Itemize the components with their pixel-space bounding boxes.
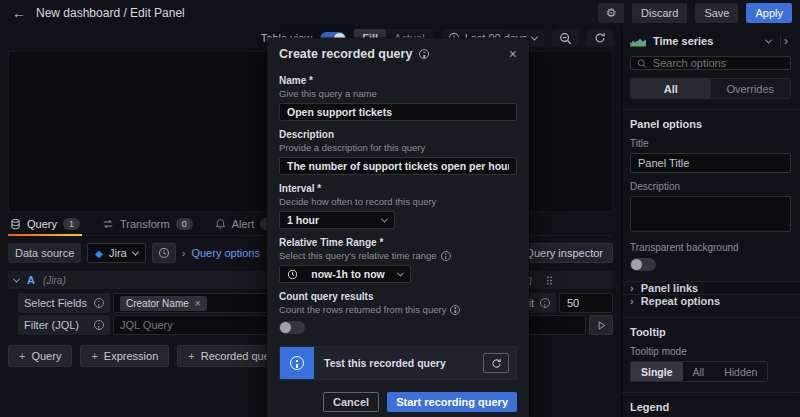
panel-options-title[interactable]: Panel options bbox=[630, 118, 791, 130]
cancel-button[interactable]: Cancel bbox=[323, 392, 379, 412]
info-icon bbox=[290, 356, 304, 370]
count-results-toggle[interactable] bbox=[279, 321, 305, 334]
grafana-app: ← New dashboard / Edit Panel ⚙ Discard S… bbox=[0, 0, 800, 417]
test-refresh-button[interactable] bbox=[483, 353, 509, 373]
tab-query[interactable]: Query 1 bbox=[8, 212, 82, 235]
refresh-button[interactable] bbox=[587, 29, 613, 47]
query-options-link[interactable]: Query options bbox=[191, 247, 259, 259]
interval-desc: Decide how often to record this query bbox=[279, 196, 517, 207]
toggle-knob bbox=[280, 322, 291, 333]
apply-button[interactable]: Apply bbox=[746, 3, 792, 23]
close-icon[interactable]: × bbox=[509, 47, 517, 61]
history-clock-icon bbox=[158, 247, 170, 259]
panel-options-section: Panel options Title Description Transpar… bbox=[622, 109, 799, 273]
add-expression-button[interactable]: + Expression bbox=[80, 345, 169, 367]
count-label: Count query results bbox=[279, 291, 517, 302]
zoom-out-icon bbox=[559, 32, 572, 45]
add-query-button[interactable]: + Query bbox=[8, 345, 72, 367]
test-query-box: Test this recorded query bbox=[279, 346, 517, 380]
query-ref: A bbox=[27, 274, 35, 286]
tab-all[interactable]: All bbox=[631, 79, 711, 98]
collapse-chevron-icon[interactable] bbox=[13, 275, 20, 282]
tooltip-mode-single[interactable]: Single bbox=[631, 362, 683, 381]
collapse-sidebar-button[interactable]: › bbox=[780, 34, 791, 48]
tooltip-title[interactable]: Tooltip bbox=[630, 326, 791, 338]
tab-label: Transform bbox=[120, 218, 170, 230]
breadcrumb: New dashboard / Edit Panel bbox=[36, 6, 185, 20]
viz-picker-row[interactable]: Time series › bbox=[622, 26, 799, 54]
run-query-button[interactable] bbox=[589, 315, 613, 335]
info-icon[interactable] bbox=[441, 251, 451, 261]
info-icon[interactable] bbox=[540, 298, 550, 308]
tab-count-badge: 1 bbox=[63, 218, 80, 230]
range-desc: Select this query's relative time range bbox=[279, 250, 517, 261]
options-sidebar: Time series › All Overrides Panel option… bbox=[622, 26, 799, 417]
back-arrow-icon[interactable]: ← bbox=[8, 3, 30, 23]
save-button[interactable]: Save bbox=[695, 3, 738, 23]
limit-input[interactable] bbox=[559, 293, 613, 313]
tooltip-mode-label: Tooltip mode bbox=[630, 346, 791, 357]
info-icon[interactable] bbox=[94, 320, 104, 330]
chevron-right-icon: › bbox=[630, 295, 634, 307]
bell-icon bbox=[215, 218, 226, 230]
remove-tag-icon[interactable]: × bbox=[195, 298, 201, 309]
tab-label: Alert bbox=[232, 218, 255, 230]
viz-name: Time series bbox=[653, 35, 759, 47]
field-label-text: Filter (JQL) bbox=[24, 319, 79, 331]
description-input[interactable] bbox=[279, 157, 517, 175]
name-input[interactable] bbox=[279, 103, 517, 121]
filter-jql-label: Filter (JQL) bbox=[18, 315, 110, 335]
repeat-options-section[interactable]: › Repeat options bbox=[622, 294, 799, 307]
datasource-picker[interactable]: ◆ Jira bbox=[87, 243, 145, 263]
test-query-text: Test this recorded query bbox=[314, 357, 483, 369]
legend-title[interactable]: Legend bbox=[630, 401, 791, 413]
chevron-down-icon bbox=[531, 33, 538, 40]
tooltip-mode-all[interactable]: All bbox=[683, 362, 715, 381]
tooltip-mode-hidden[interactable]: Hidden bbox=[714, 362, 767, 381]
name-desc: Give this query a name bbox=[279, 88, 517, 99]
database-icon bbox=[10, 218, 21, 230]
start-recording-query-button[interactable]: Start recording query bbox=[387, 392, 517, 412]
repeat-options-label: Repeat options bbox=[641, 295, 720, 307]
transparent-background-toggle[interactable] bbox=[630, 258, 656, 271]
panel-title-input[interactable] bbox=[630, 153, 791, 173]
panel-links-section[interactable]: › Panel links bbox=[622, 281, 799, 294]
query-inspector-button[interactable]: Query inspector bbox=[515, 243, 613, 263]
range-select[interactable]: now-1h to now bbox=[279, 265, 411, 283]
search-options-input[interactable] bbox=[653, 57, 784, 69]
interval-field: Interval * Decide how often to record th… bbox=[279, 183, 517, 229]
panel-links-label: Panel links bbox=[641, 282, 698, 294]
query-history-button[interactable] bbox=[152, 243, 176, 263]
count-query-results-field: Count query results Count the rows retur… bbox=[279, 291, 517, 336]
field-tag: Creator Name × bbox=[120, 296, 207, 311]
zoom-out-button[interactable] bbox=[552, 29, 579, 47]
modal-body: Name * Give this query a name Descriptio… bbox=[267, 65, 529, 417]
settings-button[interactable]: ⚙ bbox=[598, 3, 624, 23]
timeseries-viz-icon bbox=[630, 36, 646, 47]
chevron-down-icon bbox=[765, 36, 772, 43]
toggle-knob bbox=[631, 259, 642, 270]
play-icon bbox=[596, 320, 607, 331]
info-icon[interactable] bbox=[419, 49, 429, 59]
jira-icon: ◆ bbox=[95, 248, 103, 259]
panel-description-textarea[interactable] bbox=[630, 196, 791, 232]
chevron-down-icon bbox=[397, 269, 404, 276]
discard-button[interactable]: Discard bbox=[632, 3, 687, 23]
name-label: Name * bbox=[279, 75, 517, 86]
info-icon[interactable] bbox=[450, 305, 460, 315]
tab-transform[interactable]: Transform 0 bbox=[100, 212, 195, 235]
select-fields-label: Select Fields bbox=[18, 293, 110, 313]
description-label: Description bbox=[279, 129, 517, 140]
info-icon[interactable] bbox=[94, 298, 104, 308]
tab-overrides[interactable]: Overrides bbox=[711, 79, 791, 98]
drag-handle-icon[interactable] bbox=[544, 275, 555, 286]
interval-select[interactable]: 1 hour bbox=[279, 211, 395, 229]
plus-icon: + bbox=[19, 350, 25, 362]
transparent-background-label: Transparent background bbox=[630, 242, 791, 253]
tooltip-section: Tooltip Tooltip mode Single All Hidden bbox=[622, 317, 799, 382]
chevron-right-icon[interactable]: › bbox=[182, 247, 186, 259]
plus-icon: + bbox=[91, 350, 97, 362]
plus-icon: + bbox=[188, 350, 194, 362]
range-value: now-1h to now bbox=[304, 268, 392, 280]
refresh-icon bbox=[594, 32, 606, 44]
